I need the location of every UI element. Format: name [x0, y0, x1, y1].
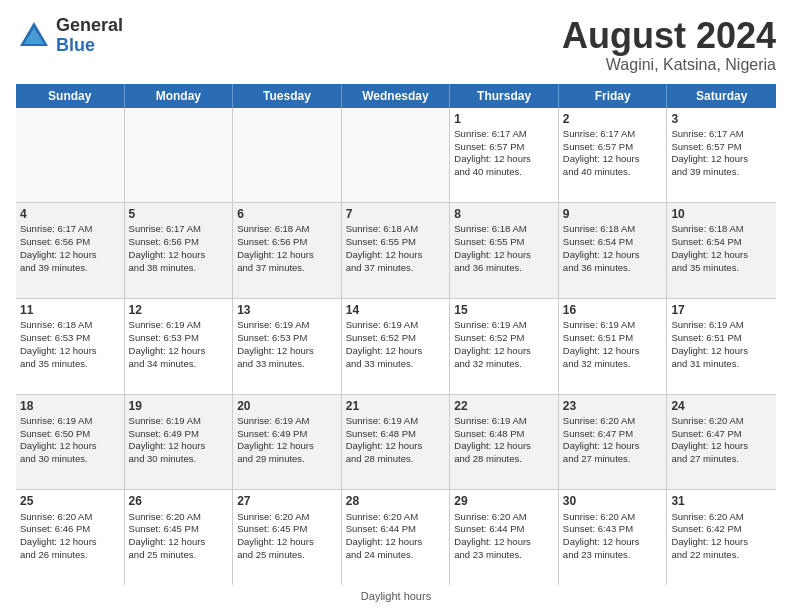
- day-number: 20: [237, 398, 337, 414]
- day-number: 27: [237, 493, 337, 509]
- day-content: Sunrise: 6:20 AM Sunset: 6:46 PM Dayligh…: [20, 511, 97, 560]
- day-content: Sunrise: 6:19 AM Sunset: 6:49 PM Dayligh…: [129, 415, 206, 464]
- day-content: Sunrise: 6:18 AM Sunset: 6:53 PM Dayligh…: [20, 319, 97, 368]
- day-content: Sunrise: 6:19 AM Sunset: 6:51 PM Dayligh…: [563, 319, 640, 368]
- day-number: 12: [129, 302, 229, 318]
- day-content: Sunrise: 6:20 AM Sunset: 6:44 PM Dayligh…: [454, 511, 531, 560]
- day-number: 14: [346, 302, 446, 318]
- cal-header-cell-wednesday: Wednesday: [342, 84, 451, 108]
- footnote: Daylight hours: [16, 590, 776, 602]
- day-content: Sunrise: 6:18 AM Sunset: 6:55 PM Dayligh…: [454, 223, 531, 272]
- cal-cell: 1Sunrise: 6:17 AM Sunset: 6:57 PM Daylig…: [450, 108, 559, 203]
- calendar-body: 1Sunrise: 6:17 AM Sunset: 6:57 PM Daylig…: [16, 108, 776, 585]
- day-number: 7: [346, 206, 446, 222]
- cal-row-2: 11Sunrise: 6:18 AM Sunset: 6:53 PM Dayli…: [16, 299, 776, 395]
- cal-cell: 22Sunrise: 6:19 AM Sunset: 6:48 PM Dayli…: [450, 395, 559, 490]
- cal-row-1: 4Sunrise: 6:17 AM Sunset: 6:56 PM Daylig…: [16, 203, 776, 299]
- cal-cell: 26Sunrise: 6:20 AM Sunset: 6:45 PM Dayli…: [125, 490, 234, 585]
- calendar-header: SundayMondayTuesdayWednesdayThursdayFrid…: [16, 84, 776, 108]
- day-number: 22: [454, 398, 554, 414]
- cal-cell: 3Sunrise: 6:17 AM Sunset: 6:57 PM Daylig…: [667, 108, 776, 203]
- cal-cell: 30Sunrise: 6:20 AM Sunset: 6:43 PM Dayli…: [559, 490, 668, 585]
- cal-cell: [16, 108, 125, 203]
- cal-cell: 24Sunrise: 6:20 AM Sunset: 6:47 PM Dayli…: [667, 395, 776, 490]
- day-number: 4: [20, 206, 120, 222]
- day-number: 26: [129, 493, 229, 509]
- day-content: Sunrise: 6:17 AM Sunset: 6:57 PM Dayligh…: [671, 128, 748, 177]
- cal-cell: [125, 108, 234, 203]
- title-location: Wagini, Katsina, Nigeria: [562, 56, 776, 74]
- day-content: Sunrise: 6:19 AM Sunset: 6:53 PM Dayligh…: [237, 319, 314, 368]
- day-number: 31: [671, 493, 772, 509]
- day-content: Sunrise: 6:20 AM Sunset: 6:43 PM Dayligh…: [563, 511, 640, 560]
- cal-header-cell-thursday: Thursday: [450, 84, 559, 108]
- day-content: Sunrise: 6:20 AM Sunset: 6:45 PM Dayligh…: [237, 511, 314, 560]
- day-number: 18: [20, 398, 120, 414]
- day-number: 24: [671, 398, 772, 414]
- day-number: 5: [129, 206, 229, 222]
- cal-header-cell-monday: Monday: [125, 84, 234, 108]
- cal-cell: 7Sunrise: 6:18 AM Sunset: 6:55 PM Daylig…: [342, 203, 451, 298]
- title-month: August 2024: [562, 16, 776, 56]
- day-number: 17: [671, 302, 772, 318]
- day-content: Sunrise: 6:17 AM Sunset: 6:57 PM Dayligh…: [454, 128, 531, 177]
- day-content: Sunrise: 6:20 AM Sunset: 6:45 PM Dayligh…: [129, 511, 206, 560]
- day-content: Sunrise: 6:19 AM Sunset: 6:52 PM Dayligh…: [346, 319, 423, 368]
- cal-header-cell-sunday: Sunday: [16, 84, 125, 108]
- day-number: 3: [671, 111, 772, 127]
- cal-cell: [233, 108, 342, 203]
- day-content: Sunrise: 6:19 AM Sunset: 6:48 PM Dayligh…: [346, 415, 423, 464]
- logo-text: General Blue: [56, 16, 123, 56]
- cal-cell: 11Sunrise: 6:18 AM Sunset: 6:53 PM Dayli…: [16, 299, 125, 394]
- cal-cell: 15Sunrise: 6:19 AM Sunset: 6:52 PM Dayli…: [450, 299, 559, 394]
- cal-cell: 13Sunrise: 6:19 AM Sunset: 6:53 PM Dayli…: [233, 299, 342, 394]
- day-number: 6: [237, 206, 337, 222]
- day-number: 28: [346, 493, 446, 509]
- page: General Blue August 2024 Wagini, Katsina…: [0, 0, 792, 612]
- day-content: Sunrise: 6:19 AM Sunset: 6:49 PM Dayligh…: [237, 415, 314, 464]
- day-content: Sunrise: 6:17 AM Sunset: 6:56 PM Dayligh…: [129, 223, 206, 272]
- cal-cell: 18Sunrise: 6:19 AM Sunset: 6:50 PM Dayli…: [16, 395, 125, 490]
- cal-cell: 9Sunrise: 6:18 AM Sunset: 6:54 PM Daylig…: [559, 203, 668, 298]
- cal-row-4: 25Sunrise: 6:20 AM Sunset: 6:46 PM Dayli…: [16, 490, 776, 585]
- cal-cell: [342, 108, 451, 203]
- cal-cell: 4Sunrise: 6:17 AM Sunset: 6:56 PM Daylig…: [16, 203, 125, 298]
- title-block: August 2024 Wagini, Katsina, Nigeria: [562, 16, 776, 74]
- day-number: 16: [563, 302, 663, 318]
- day-content: Sunrise: 6:17 AM Sunset: 6:57 PM Dayligh…: [563, 128, 640, 177]
- cal-cell: 31Sunrise: 6:20 AM Sunset: 6:42 PM Dayli…: [667, 490, 776, 585]
- logo-general-text: General: [56, 16, 123, 36]
- day-content: Sunrise: 6:18 AM Sunset: 6:54 PM Dayligh…: [563, 223, 640, 272]
- cal-header-cell-friday: Friday: [559, 84, 668, 108]
- day-number: 10: [671, 206, 772, 222]
- day-content: Sunrise: 6:18 AM Sunset: 6:56 PM Dayligh…: [237, 223, 314, 272]
- day-content: Sunrise: 6:17 AM Sunset: 6:56 PM Dayligh…: [20, 223, 97, 272]
- cal-cell: 23Sunrise: 6:20 AM Sunset: 6:47 PM Dayli…: [559, 395, 668, 490]
- cal-cell: 12Sunrise: 6:19 AM Sunset: 6:53 PM Dayli…: [125, 299, 234, 394]
- day-number: 8: [454, 206, 554, 222]
- day-content: Sunrise: 6:18 AM Sunset: 6:54 PM Dayligh…: [671, 223, 748, 272]
- cal-cell: 14Sunrise: 6:19 AM Sunset: 6:52 PM Dayli…: [342, 299, 451, 394]
- day-number: 25: [20, 493, 120, 509]
- day-content: Sunrise: 6:18 AM Sunset: 6:55 PM Dayligh…: [346, 223, 423, 272]
- day-number: 15: [454, 302, 554, 318]
- day-content: Sunrise: 6:19 AM Sunset: 6:51 PM Dayligh…: [671, 319, 748, 368]
- cal-cell: 20Sunrise: 6:19 AM Sunset: 6:49 PM Dayli…: [233, 395, 342, 490]
- day-content: Sunrise: 6:20 AM Sunset: 6:47 PM Dayligh…: [563, 415, 640, 464]
- cal-cell: 25Sunrise: 6:20 AM Sunset: 6:46 PM Dayli…: [16, 490, 125, 585]
- day-number: 29: [454, 493, 554, 509]
- cal-cell: 17Sunrise: 6:19 AM Sunset: 6:51 PM Dayli…: [667, 299, 776, 394]
- logo-blue-text: Blue: [56, 36, 123, 56]
- cal-cell: 29Sunrise: 6:20 AM Sunset: 6:44 PM Dayli…: [450, 490, 559, 585]
- header: General Blue August 2024 Wagini, Katsina…: [16, 16, 776, 74]
- cal-row-3: 18Sunrise: 6:19 AM Sunset: 6:50 PM Dayli…: [16, 395, 776, 491]
- day-number: 19: [129, 398, 229, 414]
- day-number: 13: [237, 302, 337, 318]
- day-number: 21: [346, 398, 446, 414]
- cal-row-0: 1Sunrise: 6:17 AM Sunset: 6:57 PM Daylig…: [16, 108, 776, 204]
- day-content: Sunrise: 6:20 AM Sunset: 6:42 PM Dayligh…: [671, 511, 748, 560]
- logo: General Blue: [16, 16, 123, 56]
- day-number: 2: [563, 111, 663, 127]
- day-content: Sunrise: 6:19 AM Sunset: 6:52 PM Dayligh…: [454, 319, 531, 368]
- cal-cell: 16Sunrise: 6:19 AM Sunset: 6:51 PM Dayli…: [559, 299, 668, 394]
